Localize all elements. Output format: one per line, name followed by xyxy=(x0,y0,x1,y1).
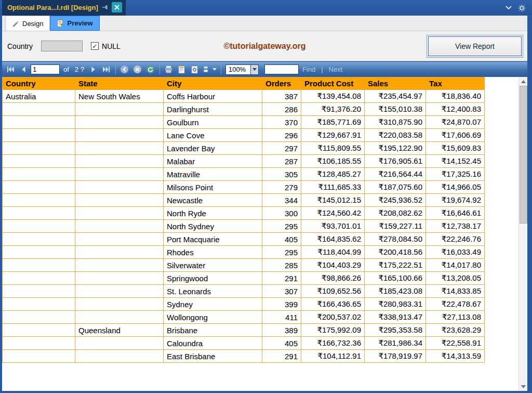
next-page-button[interactable] xyxy=(88,64,99,75)
cell-product-cost: ₹166,436.65 xyxy=(301,298,365,311)
cell-city: Rhodes xyxy=(164,246,262,259)
document-title: Optional Para...l.rdl [Design] xyxy=(7,4,98,11)
print-button[interactable] xyxy=(163,64,175,75)
scrollbar-thumb[interactable] xyxy=(520,86,527,224)
cell-tax: ₹24,870.07 xyxy=(426,116,485,129)
cell-state xyxy=(75,350,164,363)
pin-icon[interactable] xyxy=(102,4,108,10)
cell-city: Port Macquarie xyxy=(164,233,262,246)
cell-country xyxy=(3,220,75,233)
country-parameter-input[interactable] xyxy=(41,41,83,51)
export-button[interactable] xyxy=(202,64,218,75)
cell-orders: 297 xyxy=(262,142,301,155)
null-checkbox-group: ✓ NULL xyxy=(91,42,121,50)
cell-tax: ₹14,152.45 xyxy=(426,155,485,168)
table-row: North Ryde300₹124,560.42₹208,082.62₹16,6… xyxy=(3,207,485,220)
cell-state xyxy=(75,272,164,285)
cell-tax: ₹17,325.16 xyxy=(426,168,485,181)
cell-orders: 295 xyxy=(262,246,301,259)
export-dropdown-caret xyxy=(212,68,217,71)
cell-country xyxy=(3,324,75,337)
cell-country xyxy=(3,272,75,285)
title-bar: Optional Para...l.rdl [Design] xyxy=(0,0,532,16)
cell-sales: ₹278,084.50 xyxy=(365,233,426,246)
view-report-button-outer: View Report xyxy=(427,35,523,58)
first-page-button[interactable] xyxy=(5,64,16,75)
cell-city: Matraville xyxy=(164,168,262,181)
cell-orders: 279 xyxy=(262,181,301,194)
printer-icon xyxy=(164,66,173,73)
cell-city: Malabar xyxy=(164,155,262,168)
print-layout-icon xyxy=(178,66,185,74)
back-to-parent-button[interactable] xyxy=(119,64,130,75)
table-row: Wollongong411₹200,537.02₹338,913.47₹27,1… xyxy=(3,311,485,324)
table-row: Sydney399₹166,436.65₹280,983.31₹22,478.6… xyxy=(3,298,485,311)
cell-city: Lane Cove xyxy=(164,129,262,142)
cell-product-cost: ₹91,376.20 xyxy=(301,103,365,116)
mode-tab-strip: Design Preview xyxy=(2,16,527,31)
cell-tax: ₹17,606.69 xyxy=(426,129,485,142)
cell-orders: 291 xyxy=(262,350,301,363)
page-setup-icon xyxy=(191,66,198,74)
table-row: Lane Cove296₹129,667.91₹220,083.58₹17,60… xyxy=(3,129,485,142)
last-page-button[interactable] xyxy=(101,64,112,75)
zoom-select[interactable]: 100% xyxy=(225,64,259,75)
view-report-button[interactable]: View Report xyxy=(428,36,522,56)
cell-tax: ₹22,558.91 xyxy=(426,337,485,350)
cell-city: Newcastle xyxy=(164,194,262,207)
table-row: Caloundra405₹166,732.36₹281,986.34₹22,55… xyxy=(3,337,485,350)
close-tab-button[interactable] xyxy=(112,2,122,12)
null-checkbox[interactable]: ✓ xyxy=(91,42,99,50)
tab-preview[interactable]: Preview xyxy=(50,16,99,31)
cell-state xyxy=(75,298,164,311)
scroll-up-button[interactable] xyxy=(519,77,527,86)
cell-city: Goulburn xyxy=(164,116,262,129)
vertical-scrollbar[interactable] xyxy=(518,77,527,391)
cell-sales: ₹208,082.62 xyxy=(365,207,426,220)
cell-product-cost: ₹93,701.01 xyxy=(301,220,365,233)
cell-city: Darlinghurst xyxy=(164,103,262,116)
cell-orders: 405 xyxy=(262,233,301,246)
gear-icon[interactable] xyxy=(518,4,526,12)
cell-tax: ₹14,017.80 xyxy=(426,259,485,272)
print-layout-button[interactable] xyxy=(176,64,188,75)
previous-page-button[interactable] xyxy=(18,64,29,75)
cell-sales: ₹280,983.31 xyxy=(365,298,426,311)
next-page-icon xyxy=(90,66,97,73)
find-next-link[interactable]: Next xyxy=(329,66,343,73)
cell-orders: 296 xyxy=(262,129,301,142)
document-tab[interactable]: Optional Para...l.rdl [Design] xyxy=(2,0,126,16)
refresh-button[interactable] xyxy=(145,64,156,75)
scroll-down-button[interactable] xyxy=(519,382,527,391)
cell-orders: 307 xyxy=(262,285,301,298)
checkmark-icon: ✓ xyxy=(92,43,98,49)
cell-state xyxy=(75,116,164,129)
find-text-input[interactable] xyxy=(264,64,299,74)
cell-sales: ₹155,010.38 xyxy=(365,103,426,116)
cell-country xyxy=(3,298,75,311)
report-table-body: AustraliaNew South WalesCoffs Harbour387… xyxy=(3,90,485,363)
report-table-header: Country State City Orders Product Cost S… xyxy=(3,77,485,90)
export-icon xyxy=(203,66,211,73)
stop-rendering-button[interactable] xyxy=(132,64,143,75)
page-number-input[interactable] xyxy=(31,64,60,74)
page-setup-button[interactable] xyxy=(189,64,201,75)
cell-state: Queensland xyxy=(75,324,164,337)
cell-product-cost: ₹118,404.99 xyxy=(301,246,365,259)
cell-tax: ₹23,628.29 xyxy=(426,324,485,337)
chevron-down-icon[interactable] xyxy=(506,6,512,10)
cell-orders: 300 xyxy=(262,207,301,220)
find-link[interactable]: Find xyxy=(302,66,315,73)
title-bar-right xyxy=(506,0,532,16)
zoom-value: 100% xyxy=(225,64,250,75)
table-row: Matraville305₹128,485.27₹216,564.44₹17,3… xyxy=(3,168,485,181)
cell-state xyxy=(75,311,164,324)
zoom-dropdown-button[interactable] xyxy=(250,64,259,75)
cell-state xyxy=(75,103,164,116)
table-row: North Sydney295₹93,701.01₹159,227.11₹12,… xyxy=(3,220,485,233)
cell-product-cost: ₹115,809.55 xyxy=(301,142,365,155)
tab-design[interactable]: Design xyxy=(5,16,50,31)
cell-city: Brisbane xyxy=(164,324,262,337)
cell-country: Australia xyxy=(3,90,75,103)
cell-sales: ₹310,875.90 xyxy=(365,116,426,129)
